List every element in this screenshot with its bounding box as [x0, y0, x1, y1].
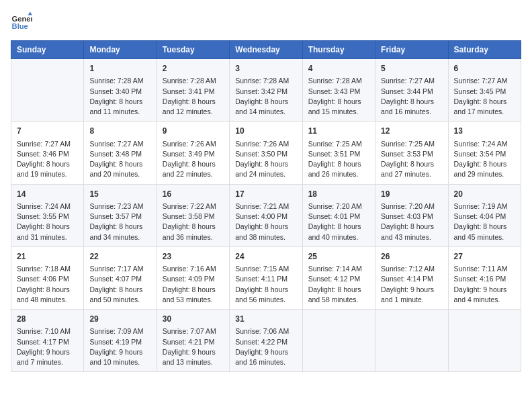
calendar-body: 1Sunrise: 7:28 AM Sunset: 3:40 PM Daylig… — [11, 59, 521, 372]
day-number: 7 — [17, 126, 78, 137]
day-number: 6 — [454, 63, 515, 75]
day-number: 25 — [308, 251, 369, 263]
day-cell: 28Sunrise: 7:10 AM Sunset: 4:17 PM Dayli… — [11, 310, 84, 372]
week-row-3: 14Sunrise: 7:24 AM Sunset: 3:55 PM Dayli… — [11, 184, 521, 246]
day-cell: 31Sunrise: 7:06 AM Sunset: 4:22 PM Dayli… — [230, 310, 302, 372]
day-number: 17 — [235, 189, 296, 200]
day-info: Sunrise: 7:21 AM Sunset: 4:00 PM Dayligh… — [235, 201, 296, 242]
day-number: 8 — [89, 126, 150, 137]
day-info: Sunrise: 7:07 AM Sunset: 4:21 PM Dayligh… — [163, 326, 224, 367]
day-cell: 21Sunrise: 7:18 AM Sunset: 4:06 PM Dayli… — [11, 246, 84, 309]
col-header-wednesday: Wednesday — [230, 41, 302, 59]
day-info: Sunrise: 7:20 AM Sunset: 4:01 PM Dayligh… — [308, 201, 369, 242]
day-number: 19 — [381, 189, 442, 200]
day-info: Sunrise: 7:24 AM Sunset: 3:55 PM Dayligh… — [17, 201, 78, 242]
day-number: 2 — [163, 63, 224, 75]
column-headers: SundayMondayTuesdayWednesdayThursdayFrid… — [11, 41, 521, 59]
col-header-sunday: Sunday — [11, 41, 84, 59]
day-cell: 27Sunrise: 7:11 AM Sunset: 4:16 PM Dayli… — [448, 246, 521, 309]
day-number: 21 — [17, 251, 78, 263]
day-info: Sunrise: 7:28 AM Sunset: 3:40 PM Dayligh… — [89, 76, 150, 117]
day-number: 29 — [89, 314, 150, 325]
day-number: 4 — [308, 63, 369, 75]
day-info: Sunrise: 7:24 AM Sunset: 3:54 PM Dayligh… — [454, 139, 515, 180]
day-number: 15 — [89, 189, 150, 200]
week-row-1: 1Sunrise: 7:28 AM Sunset: 3:40 PM Daylig… — [11, 59, 521, 122]
day-info: Sunrise: 7:12 AM Sunset: 4:14 PM Dayligh… — [381, 264, 442, 305]
logo: General Blue — [11, 11, 32, 32]
day-info: Sunrise: 7:28 AM Sunset: 3:41 PM Dayligh… — [163, 76, 224, 117]
day-cell: 24Sunrise: 7:15 AM Sunset: 4:11 PM Dayli… — [230, 246, 302, 309]
day-info: Sunrise: 7:09 AM Sunset: 4:19 PM Dayligh… — [89, 326, 150, 367]
day-number: 10 — [235, 126, 296, 137]
day-cell: 23Sunrise: 7:16 AM Sunset: 4:09 PM Dayli… — [157, 246, 229, 309]
logo-icon: General Blue — [11, 11, 32, 32]
day-cell: 30Sunrise: 7:07 AM Sunset: 4:21 PM Dayli… — [157, 310, 229, 372]
day-number: 18 — [308, 189, 369, 200]
day-info: Sunrise: 7:17 AM Sunset: 4:07 PM Dayligh… — [89, 264, 150, 305]
day-info: Sunrise: 7:14 AM Sunset: 4:12 PM Dayligh… — [308, 264, 369, 305]
day-cell: 12Sunrise: 7:25 AM Sunset: 3:53 PM Dayli… — [375, 122, 448, 184]
day-number: 26 — [381, 251, 442, 263]
day-cell: 20Sunrise: 7:19 AM Sunset: 4:04 PM Dayli… — [448, 184, 521, 246]
day-cell: 1Sunrise: 7:28 AM Sunset: 3:40 PM Daylig… — [84, 59, 157, 122]
day-cell: 5Sunrise: 7:27 AM Sunset: 3:44 PM Daylig… — [375, 59, 448, 122]
day-cell: 25Sunrise: 7:14 AM Sunset: 4:12 PM Dayli… — [302, 246, 375, 309]
day-cell: 8Sunrise: 7:27 AM Sunset: 3:48 PM Daylig… — [84, 122, 157, 184]
day-cell: 11Sunrise: 7:25 AM Sunset: 3:51 PM Dayli… — [302, 122, 375, 184]
day-info: Sunrise: 7:25 AM Sunset: 3:51 PM Dayligh… — [308, 139, 369, 180]
day-cell: 29Sunrise: 7:09 AM Sunset: 4:19 PM Dayli… — [84, 310, 157, 372]
day-info: Sunrise: 7:15 AM Sunset: 4:11 PM Dayligh… — [235, 264, 296, 305]
day-number: 16 — [163, 189, 224, 200]
day-number: 28 — [17, 314, 78, 325]
day-info: Sunrise: 7:27 AM Sunset: 3:45 PM Dayligh… — [454, 76, 515, 117]
day-cell — [11, 59, 84, 122]
day-info: Sunrise: 7:19 AM Sunset: 4:04 PM Dayligh… — [454, 201, 515, 242]
day-info: Sunrise: 7:26 AM Sunset: 3:50 PM Dayligh… — [235, 139, 296, 180]
day-info: Sunrise: 7:10 AM Sunset: 4:17 PM Dayligh… — [17, 326, 78, 367]
day-number: 13 — [454, 126, 515, 137]
day-info: Sunrise: 7:18 AM Sunset: 4:06 PM Dayligh… — [17, 264, 78, 305]
col-header-friday: Friday — [375, 41, 448, 59]
day-number: 27 — [454, 251, 515, 263]
day-cell: 26Sunrise: 7:12 AM Sunset: 4:14 PM Dayli… — [375, 246, 448, 309]
day-cell — [448, 310, 521, 372]
day-number: 31 — [235, 314, 296, 325]
day-cell: 14Sunrise: 7:24 AM Sunset: 3:55 PM Dayli… — [11, 184, 84, 246]
day-cell: 3Sunrise: 7:28 AM Sunset: 3:42 PM Daylig… — [230, 59, 302, 122]
week-row-2: 7Sunrise: 7:27 AM Sunset: 3:46 PM Daylig… — [11, 122, 521, 184]
day-cell: 18Sunrise: 7:20 AM Sunset: 4:01 PM Dayli… — [302, 184, 375, 246]
day-cell — [302, 310, 375, 372]
svg-marker-2 — [28, 12, 32, 15]
svg-text:General: General — [12, 15, 32, 23]
day-info: Sunrise: 7:22 AM Sunset: 3:58 PM Dayligh… — [163, 201, 224, 242]
day-info: Sunrise: 7:26 AM Sunset: 3:49 PM Dayligh… — [163, 139, 224, 180]
day-cell: 7Sunrise: 7:27 AM Sunset: 3:46 PM Daylig… — [11, 122, 84, 184]
day-info: Sunrise: 7:28 AM Sunset: 3:43 PM Dayligh… — [308, 76, 369, 117]
day-info: Sunrise: 7:27 AM Sunset: 3:46 PM Dayligh… — [17, 139, 78, 180]
day-info: Sunrise: 7:20 AM Sunset: 4:03 PM Dayligh… — [381, 201, 442, 242]
day-cell: 10Sunrise: 7:26 AM Sunset: 3:50 PM Dayli… — [230, 122, 302, 184]
day-info: Sunrise: 7:27 AM Sunset: 3:48 PM Dayligh… — [89, 139, 150, 180]
day-info: Sunrise: 7:11 AM Sunset: 4:16 PM Dayligh… — [454, 264, 515, 305]
day-number: 24 — [235, 251, 296, 263]
day-info: Sunrise: 7:27 AM Sunset: 3:44 PM Dayligh… — [381, 76, 442, 117]
day-cell: 13Sunrise: 7:24 AM Sunset: 3:54 PM Dayli… — [448, 122, 521, 184]
day-cell: 22Sunrise: 7:17 AM Sunset: 4:07 PM Dayli… — [84, 246, 157, 309]
svg-text:Blue: Blue — [12, 22, 28, 30]
day-info: Sunrise: 7:06 AM Sunset: 4:22 PM Dayligh… — [235, 326, 296, 367]
day-number: 12 — [381, 126, 442, 137]
header: General Blue — [11, 11, 521, 32]
day-cell: 9Sunrise: 7:26 AM Sunset: 3:49 PM Daylig… — [157, 122, 229, 184]
day-cell: 19Sunrise: 7:20 AM Sunset: 4:03 PM Dayli… — [375, 184, 448, 246]
day-number: 23 — [163, 251, 224, 263]
day-info: Sunrise: 7:28 AM Sunset: 3:42 PM Dayligh… — [235, 76, 296, 117]
week-row-5: 28Sunrise: 7:10 AM Sunset: 4:17 PM Dayli… — [11, 310, 521, 372]
day-cell: 4Sunrise: 7:28 AM Sunset: 3:43 PM Daylig… — [302, 59, 375, 122]
col-header-monday: Monday — [84, 41, 157, 59]
col-header-thursday: Thursday — [302, 41, 375, 59]
day-number: 1 — [89, 63, 150, 75]
day-number: 22 — [89, 251, 150, 263]
day-number: 30 — [163, 314, 224, 325]
day-number: 3 — [235, 63, 296, 75]
